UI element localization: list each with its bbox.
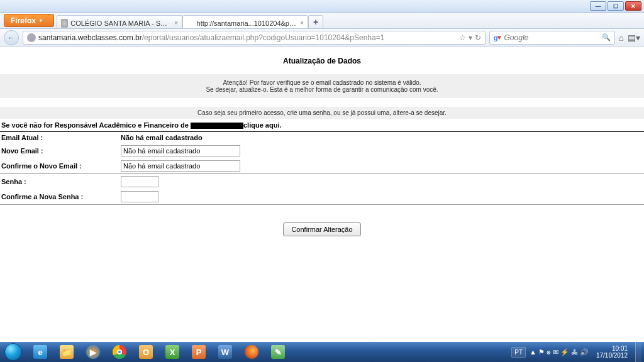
responsible-instruction: Se você não for Responsável Acadêmico e … — [0, 119, 644, 132]
tray-action-center-icon[interactable]: ⚑ — [538, 348, 545, 356]
tray-volume-icon[interactable]: 🔊 — [580, 348, 589, 356]
taskbar-excel[interactable]: X — [160, 343, 185, 361]
tab-close-icon[interactable]: × — [174, 19, 178, 26]
label-novo-email: Novo Email : — [1, 147, 121, 155]
input-confirme-email[interactable] — [121, 160, 240, 172]
firefox-menu-button[interactable]: Firefox — [4, 14, 54, 27]
window-close-button[interactable]: ✕ — [625, 1, 641, 11]
bookmark-star-icon[interactable]: ☆ — [459, 33, 466, 42]
tray-icon[interactable]: ✉ — [553, 348, 558, 356]
minimize-button[interactable]: — — [590, 1, 606, 11]
home-icon[interactable]: ⌂ — [619, 33, 624, 43]
label-senha: Senha : — [1, 178, 121, 185]
clock-date: 17/10/2012 — [596, 352, 628, 359]
nav-bar: ← santamaria.webclasses.com.br /eportal/… — [0, 29, 644, 47]
submit-row: Confirmar Alteração — [0, 205, 644, 254]
tab-favicon — [187, 19, 194, 28]
reload-icon[interactable]: ↻ — [475, 33, 481, 42]
windows-taskbar: e 📁 ▶ O X P W ✎ PT ▲ ⚑ ⎈ ✉ ⚡ 🖧 🔊 10:01 1… — [0, 342, 644, 362]
tab-bar: Firefox COLÉGIO SANTA MARIA - SÃO PAULO … — [0, 13, 644, 29]
taskbar-word[interactable]: W — [213, 343, 238, 361]
tab-close-icon[interactable]: × — [300, 19, 304, 26]
search-bar[interactable]: g▾ 🔍 — [489, 31, 615, 45]
taskbar-powerpoint[interactable]: P — [186, 343, 211, 361]
window-titlebar: — ☐ ✕ — [0, 0, 644, 13]
taskbar-mediaplayer[interactable]: ▶ — [80, 343, 106, 361]
show-desktop-button[interactable] — [635, 342, 641, 362]
back-button[interactable]: ← — [4, 30, 19, 45]
tab-colegio[interactable]: COLÉGIO SANTA MARIA - SÃO PAULO × — [57, 15, 182, 28]
windows-orb-icon — [4, 343, 22, 361]
clock-time: 10:01 — [596, 345, 628, 352]
tray-icons: ▲ ⚑ ⎈ ✉ ⚡ 🖧 🔊 — [530, 348, 589, 356]
instr-link[interactable]: clique aqui. — [243, 121, 282, 129]
row-confirme-senha: Confirme a Nova Senha : — [0, 189, 644, 205]
start-button[interactable] — [0, 342, 26, 362]
taskbar-pinned: e 📁 ▶ O X P W ✎ — [28, 343, 291, 361]
row-novo-email: Novo Email : — [0, 143, 644, 158]
new-tab-button[interactable]: + — [308, 15, 323, 28]
taskbar-firefox[interactable] — [239, 343, 264, 361]
input-confirme-senha[interactable] — [121, 191, 158, 202]
search-input[interactable] — [504, 33, 599, 42]
search-icon[interactable]: 🔍 — [602, 33, 611, 41]
tray-flag-icon[interactable]: ▲ — [530, 348, 536, 356]
attention-banner: Atenção! Por favor verifique se o email … — [0, 74, 644, 98]
input-novo-email[interactable] — [121, 145, 240, 156]
tab-label: COLÉGIO SANTA MARIA - SÃO PAULO — [70, 19, 170, 27]
firefox-label: Firefox — [11, 16, 36, 25]
label-email-atual: Email Atual : — [1, 134, 121, 141]
url-bar[interactable]: santamaria.webclasses.com.br /eportal/us… — [23, 31, 486, 45]
tray-network-icon[interactable]: 🖧 — [571, 348, 578, 356]
row-email-atual: Email Atual : Não há email cadastrado — [0, 132, 644, 143]
tray-icon[interactable]: ⚡ — [560, 348, 569, 356]
page-content: Atualização de Dados Atenção! Por favor … — [0, 47, 644, 254]
banner-line2: Se desejar, atualize-o. Esta é a melhor … — [0, 86, 644, 93]
taskbar-outlook[interactable]: O — [133, 343, 158, 361]
bookmarks-menu-icon[interactable]: ▤▾ — [628, 33, 640, 43]
confirm-button[interactable]: Confirmar Alteração — [283, 222, 360, 236]
banner-line1: Atenção! Por favor verifique se o email … — [0, 79, 644, 86]
taskbar-chrome[interactable] — [107, 343, 132, 361]
language-indicator[interactable]: PT — [511, 347, 526, 358]
url-actions: ☆ ▾ ↻ — [459, 33, 481, 42]
input-senha[interactable] — [121, 176, 158, 187]
google-icon: g▾ — [494, 33, 502, 42]
first-access-banner: Caso seja seu primeiro acesso, crie uma … — [0, 107, 644, 119]
taskbar-clock[interactable]: 10:01 17/10/2012 — [592, 345, 631, 359]
history-dropdown-icon[interactable]: ▾ — [469, 33, 472, 42]
row-senha: Senha : — [0, 174, 644, 189]
row-confirme-email: Confirme o Novo Email : — [0, 158, 644, 174]
system-tray: PT ▲ ⚑ ⎈ ✉ ⚡ 🖧 🔊 10:01 17/10/2012 — [511, 342, 644, 362]
label-confirme-senha: Confirme a Nova Senha : — [1, 193, 121, 200]
url-path: /eportal/usuarios/atualizaemail.php?codi… — [142, 33, 385, 42]
tray-icon[interactable]: ⎈ — [547, 348, 551, 356]
page-title: Atualização de Dados — [0, 53, 644, 74]
tab-label: http://santamaria...1010204&pSenha=1 — [197, 19, 297, 27]
taskbar-app[interactable]: ✎ — [265, 343, 291, 361]
window-buttons: — ☐ ✕ — [590, 1, 641, 11]
taskbar-explorer[interactable]: 📁 — [54, 343, 79, 361]
url-host: santamaria.webclasses.com.br — [38, 33, 142, 42]
instr-prefix: Se você não for Responsável Acadêmico e … — [1, 121, 191, 129]
tab-santamaria[interactable]: http://santamaria...1010204&pSenha=1 × — [182, 15, 308, 28]
site-identity-icon[interactable] — [27, 33, 36, 42]
value-email-atual: Não há email cadastrado — [121, 134, 203, 141]
redacted-name — [191, 123, 243, 129]
maximize-button[interactable]: ☐ — [608, 1, 624, 11]
taskbar-ie[interactable]: e — [28, 343, 53, 361]
label-confirme-email: Confirme o Novo Email : — [1, 162, 121, 170]
tab-favicon — [61, 19, 68, 28]
